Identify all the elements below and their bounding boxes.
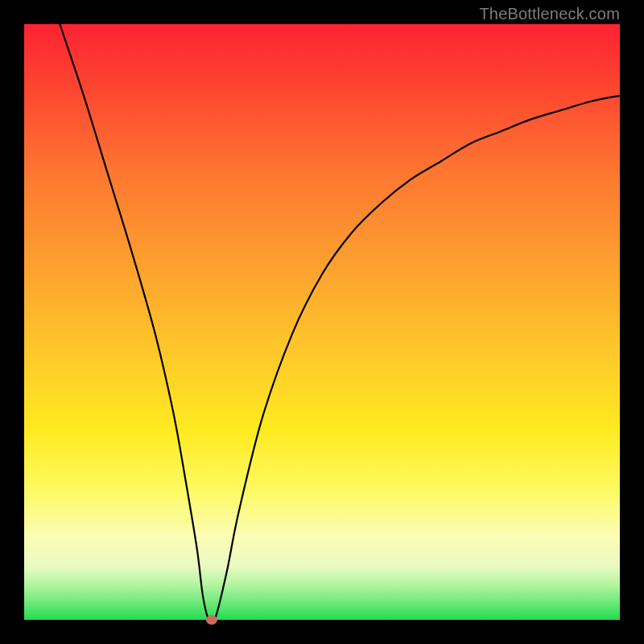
bottleneck-curve: [24, 24, 620, 620]
chart-frame: TheBottleneck.com: [0, 0, 644, 644]
plot-area: [24, 24, 620, 620]
optimum-marker: [206, 615, 217, 625]
watermark-text: TheBottleneck.com: [479, 5, 620, 23]
